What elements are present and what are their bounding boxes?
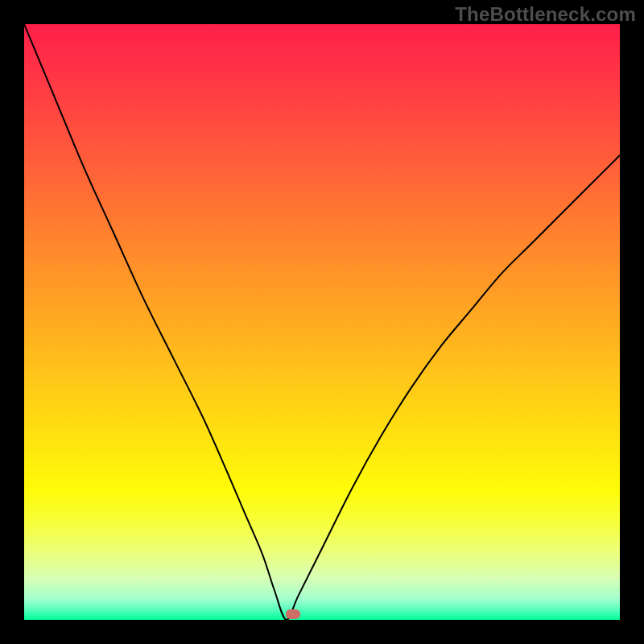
plot-area [24,24,620,620]
chart-frame: TheBottleneck.com [0,0,644,644]
watermark-text: TheBottleneck.com [455,3,636,26]
optimal-point-marker [286,609,300,619]
bottleneck-curve [24,24,620,620]
